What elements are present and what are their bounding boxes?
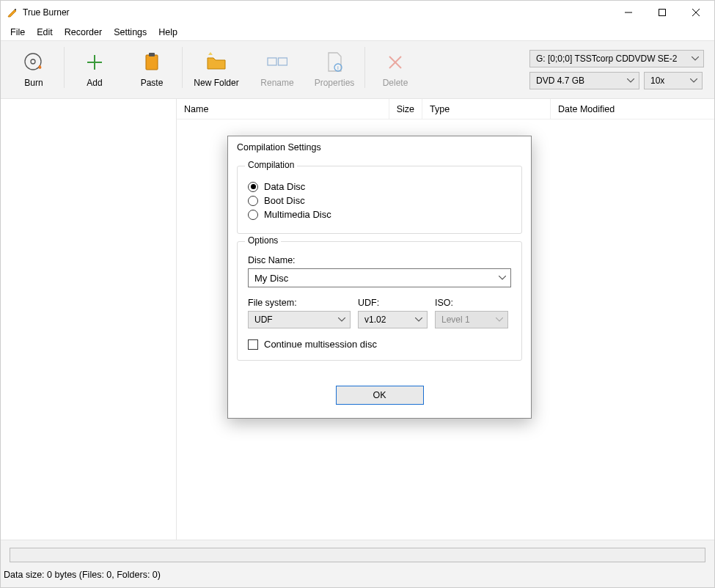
radio-icon (248, 210, 258, 220)
list-header: Name Size Type Date Modified (177, 99, 714, 120)
disc-name-value: My Disc (254, 273, 288, 284)
group-compilation-label: Compilation (245, 160, 297, 170)
chevron-down-icon (627, 78, 634, 83)
column-name[interactable]: Name (177, 99, 389, 119)
paste-button[interactable]: Paste (123, 47, 180, 92)
media-value: DVD 4.7 GB (536, 76, 584, 86)
svg-text:i: i (337, 65, 339, 71)
column-size[interactable]: Size (389, 99, 422, 119)
size-gauge (10, 548, 705, 562)
radio-boot-disc[interactable]: Boot Disc (248, 195, 511, 206)
checkbox-icon (248, 339, 258, 350)
disc-burn-icon (23, 51, 45, 73)
multisession-label: Continue multisession disc (264, 339, 377, 350)
disc-name-label: Disc Name: (248, 255, 511, 265)
chevron-down-icon (496, 317, 503, 322)
group-compilation: Compilation Data Disc Boot Disc Multimed… (237, 166, 522, 234)
dialog-title: Compilation Settings (228, 136, 531, 158)
speed-select[interactable]: 10x (644, 72, 703, 89)
app-title: True Burner (23, 7, 70, 18)
properties-button[interactable]: i Properties (306, 47, 363, 92)
svg-point-6 (31, 59, 35, 64)
new-folder-label: New Folder (194, 78, 238, 88)
radio-data-label: Data Disc (264, 181, 305, 192)
delete-button[interactable]: Delete (367, 47, 424, 92)
delete-label: Delete (383, 78, 408, 88)
menu-recorder[interactable]: Recorder (59, 26, 108, 39)
app-icon (7, 7, 18, 18)
menu-settings[interactable]: Settings (108, 26, 153, 39)
svg-rect-13 (279, 58, 287, 65)
clipboard-icon (141, 51, 163, 73)
media-select[interactable]: DVD 4.7 GB (529, 72, 639, 89)
toolbar: Burn Add Paste New Folder (1, 40, 714, 99)
status-text: Data size: 0 bytes (Files: 0, Folders: 0… (1, 567, 714, 587)
device-value: G: [0;0;0] TSSTcorp CDDVDW SE-2 (536, 54, 678, 64)
titlebar: True Burner (1, 1, 714, 24)
tree-pane[interactable] (1, 99, 177, 540)
radio-icon (248, 182, 258, 192)
menu-help[interactable]: Help (153, 26, 183, 39)
paste-label: Paste (141, 78, 164, 88)
speed-value: 10x (650, 76, 664, 86)
new-folder-icon (205, 51, 227, 73)
minimize-button[interactable] (612, 1, 645, 24)
multisession-checkbox[interactable]: Continue multisession disc (248, 339, 511, 350)
statusbar: Data size: 0 bytes (Files: 0, Folders: 0… (1, 540, 714, 587)
menu-bar: File Edit Recorder Settings Help (1, 24, 714, 40)
group-options-label: Options (245, 235, 281, 246)
radio-boot-label: Boot Disc (264, 195, 305, 206)
burn-button[interactable]: Burn (5, 47, 62, 92)
udf-value: v1.02 (364, 315, 386, 325)
svg-rect-2 (659, 10, 666, 16)
menu-edit[interactable]: Edit (31, 26, 59, 39)
burn-label: Burn (24, 78, 43, 88)
svg-rect-12 (268, 58, 276, 65)
menu-file[interactable]: File (4, 26, 31, 39)
chevron-down-icon (692, 56, 699, 61)
fs-value: UDF (254, 315, 273, 325)
drive-panel: G: [0;0;0] TSSTcorp CDDVDW SE-2 DVD 4.7 … (524, 47, 710, 92)
svg-rect-0 (15, 9, 16, 10)
properties-icon: i (323, 51, 345, 73)
rename-button[interactable]: Rename (249, 47, 306, 92)
radio-multimedia-disc[interactable]: Multimedia Disc (248, 209, 511, 220)
chevron-down-icon (499, 276, 506, 280)
x-icon (384, 51, 406, 73)
rename-label: Rename (260, 78, 293, 88)
udf-select[interactable]: v1.02 (358, 311, 428, 328)
column-type[interactable]: Type (422, 99, 551, 119)
close-button[interactable] (679, 1, 713, 24)
iso-value: Level 1 (441, 315, 470, 325)
svg-rect-10 (149, 53, 155, 56)
compilation-settings-dialog: Compilation Settings Compilation Data Di… (227, 136, 532, 419)
maximize-button[interactable] (645, 1, 679, 24)
properties-label: Properties (315, 78, 355, 88)
svg-rect-9 (146, 55, 158, 70)
column-date[interactable]: Date Modified (551, 99, 714, 119)
add-button[interactable]: Add (66, 47, 123, 92)
chevron-down-icon (338, 317, 345, 322)
radio-icon (248, 196, 258, 206)
device-select[interactable]: G: [0;0;0] TSSTcorp CDDVDW SE-2 (529, 50, 704, 67)
fs-select[interactable]: UDF (248, 311, 351, 328)
iso-select: Level 1 (435, 311, 508, 328)
new-folder-button[interactable]: New Folder (184, 47, 249, 92)
add-label: Add (87, 78, 102, 88)
chevron-down-icon (415, 317, 422, 322)
udf-label: UDF: (358, 298, 428, 308)
group-options: Options Disc Name: My Disc File system: … (237, 241, 522, 361)
fs-label: File system: (248, 298, 351, 308)
ok-label: OK (373, 390, 386, 400)
window-controls (612, 1, 713, 24)
ok-button[interactable]: OK (336, 386, 424, 405)
rename-icon (266, 51, 288, 73)
disc-name-field[interactable]: My Disc (248, 268, 511, 287)
plus-icon (84, 51, 106, 73)
chevron-down-icon (690, 78, 697, 83)
svg-marker-11 (208, 52, 213, 55)
iso-label: ISO: (435, 298, 508, 308)
radio-data-disc[interactable]: Data Disc (248, 181, 511, 192)
radio-mm-label: Multimedia Disc (264, 209, 331, 220)
